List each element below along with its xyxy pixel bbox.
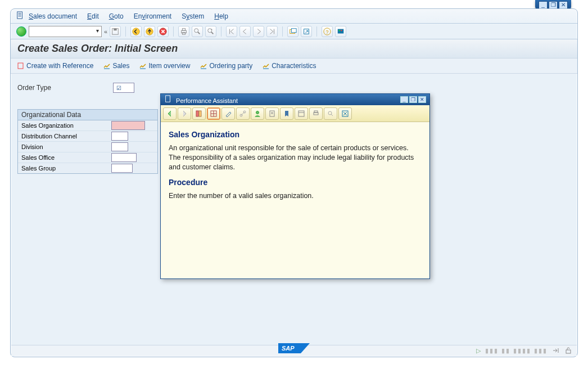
first-page-button[interactable]	[226, 26, 237, 37]
characteristics-button[interactable]: Characteristics	[263, 62, 316, 70]
pa-heading-1: Sales Organization	[169, 130, 422, 139]
find-button[interactable]	[192, 26, 203, 37]
svg-rect-18	[292, 28, 297, 32]
characteristics-icon	[263, 62, 269, 69]
sap-logo: SAP	[278, 343, 310, 356]
menu-edit[interactable]: Edit	[87, 12, 99, 20]
pa-heading-2: Procedure	[169, 178, 422, 187]
pa-maximize-button[interactable]	[295, 107, 308, 120]
distribution-channel-label: Distribution Channel	[21, 133, 111, 140]
svg-text:?: ?	[326, 29, 329, 34]
menubar: Sales document Edit Goto Environment Sys…	[11, 9, 577, 24]
svg-point-6	[133, 28, 139, 34]
prev-page-button[interactable]	[239, 26, 251, 37]
pa-notes-button[interactable]	[265, 107, 279, 120]
menu-environment[interactable]: Environment	[134, 12, 171, 20]
row-distribution-channel: Distribution Channel	[18, 131, 157, 142]
create-ref-icon	[17, 62, 24, 69]
pa-user-button[interactable]	[251, 107, 264, 120]
division-label: Division	[21, 143, 111, 150]
svg-point-12	[195, 28, 198, 32]
pa-paragraph-1: An organizational unit responsible for t…	[169, 143, 422, 172]
help-button[interactable]: ?	[322, 26, 333, 37]
cancel-button[interactable]	[157, 26, 169, 37]
pa-paragraph-2: Enter the number of a valid sales organi…	[169, 191, 422, 201]
sales-organization-label: Sales Organization	[21, 122, 111, 129]
pa-exit-button[interactable]	[338, 107, 352, 120]
pa-link-button[interactable]	[236, 107, 250, 120]
find-next-button[interactable]: +	[205, 26, 216, 37]
svg-rect-0	[17, 12, 22, 19]
pa-tech-info-button[interactable]	[207, 107, 220, 120]
sales-organization-input[interactable]	[111, 121, 145, 130]
pa-restore-button[interactable]: ❐	[409, 96, 417, 103]
back-button[interactable]	[130, 26, 142, 37]
minimize-button[interactable]: _	[539, 1, 548, 9]
svg-rect-25	[18, 63, 23, 69]
command-field[interactable]	[29, 26, 102, 37]
ordering-party-label: Ordering party	[209, 62, 252, 70]
lock-icon[interactable]	[564, 347, 572, 356]
svg-rect-44	[566, 350, 571, 353]
row-division: Division	[18, 142, 157, 152]
sales-label: Sales	[112, 62, 129, 70]
svg-rect-38	[298, 111, 304, 116]
restore-button[interactable]: ❐	[549, 1, 558, 9]
last-page-button[interactable]	[266, 26, 278, 37]
order-type-label: Order Type	[17, 84, 113, 92]
row-sales-office: Sales Office	[18, 152, 157, 163]
sales-icon	[103, 62, 110, 69]
svg-line-42	[331, 114, 333, 116]
pa-app-help-button[interactable]	[192, 107, 206, 120]
row-sales-organization: Sales Organization	[18, 120, 157, 131]
svg-rect-39	[314, 113, 318, 115]
pa-titlebar[interactable]: Performance Assistant _ ❐ ✕	[161, 94, 429, 105]
sales-button[interactable]: Sales	[103, 62, 129, 70]
shortcut-button[interactable]	[301, 26, 312, 37]
toolbar: « + ?	[11, 24, 577, 39]
pa-back-button[interactable]	[163, 107, 177, 120]
menu-goto[interactable]: Goto	[109, 12, 124, 20]
characteristics-label: Characteristics	[272, 62, 316, 70]
menu-system[interactable]: System	[182, 12, 204, 20]
save-button[interactable]	[110, 26, 121, 37]
distribution-channel-input[interactable]	[111, 132, 128, 141]
pa-forward-button[interactable]	[178, 107, 191, 120]
item-overview-button[interactable]: Item overview	[139, 62, 190, 70]
pa-edit-button[interactable]	[221, 107, 235, 120]
pa-search-button[interactable]	[324, 107, 337, 120]
new-session-button[interactable]	[287, 26, 298, 37]
pa-print-button[interactable]	[309, 107, 323, 120]
layout-toggle-icon[interactable]	[552, 347, 560, 356]
main-frame: Sales document Edit Goto Environment Sys…	[10, 8, 578, 357]
pa-title-text: Performance Assistant	[176, 97, 238, 104]
layout-button[interactable]	[335, 26, 346, 37]
svg-line-13	[198, 32, 200, 34]
print-button[interactable]	[178, 26, 189, 37]
svg-rect-40	[314, 111, 318, 113]
svg-rect-22	[338, 29, 344, 33]
pa-bookmark-button[interactable]	[280, 107, 293, 120]
svg-rect-24	[341, 30, 342, 31]
pa-body: Sales Organization An organizational uni…	[161, 122, 429, 278]
exit-button[interactable]	[144, 26, 155, 37]
create-with-reference-button[interactable]: Create with Reference	[17, 62, 93, 70]
sales-group-label: Sales Group	[21, 165, 111, 172]
division-input[interactable]	[111, 142, 128, 151]
svg-rect-27	[196, 111, 198, 116]
svg-point-34	[256, 111, 259, 114]
ordering-party-button[interactable]: Ordering party	[200, 62, 252, 70]
sales-office-input[interactable]	[111, 153, 137, 162]
sales-group-input[interactable]	[111, 164, 133, 173]
performance-assistant-window: Performance Assistant _ ❐ ✕	[160, 93, 430, 279]
enter-button[interactable]	[16, 26, 26, 37]
close-button[interactable]: ✕	[559, 1, 568, 9]
pa-minimize-button[interactable]: _	[400, 96, 408, 103]
next-page-button[interactable]	[253, 26, 264, 37]
status-system-info: ▮▮▮ ▮▮ ▮▮▮▮ ▮▮▮	[485, 347, 548, 354]
menu-help[interactable]: Help	[214, 12, 228, 20]
play-icon[interactable]: ▷	[476, 347, 481, 354]
pa-close-button[interactable]: ✕	[418, 96, 426, 103]
menu-sales-document[interactable]: Sales document	[29, 12, 77, 20]
action-strip: Create with Reference Sales Item overvie…	[11, 59, 577, 74]
